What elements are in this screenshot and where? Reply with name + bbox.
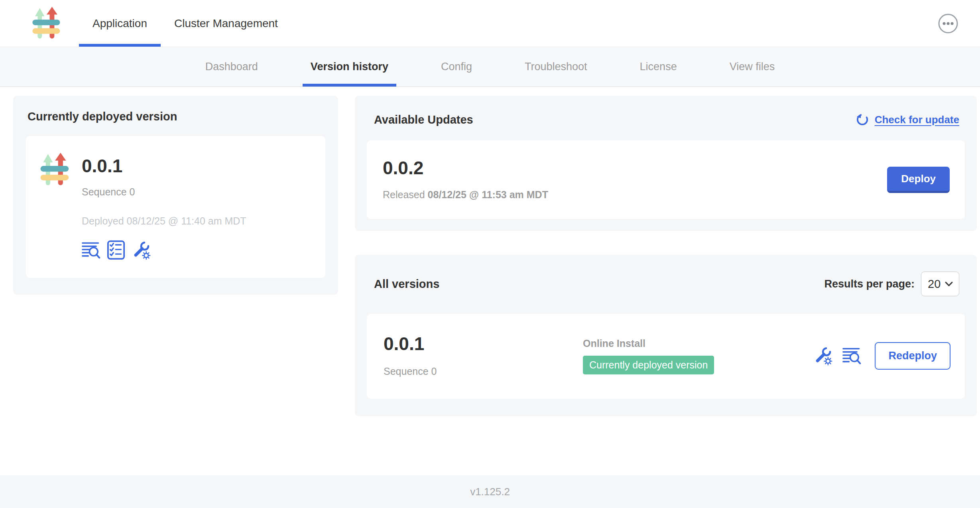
released-label: Released [383,189,425,200]
all-versions-title: All versions [374,278,439,291]
diff-icon[interactable] [82,241,100,259]
config-icon[interactable] [814,347,833,365]
available-updates-panel: Available Updates Check for update 0.0.2 [355,96,977,231]
results-per-page-value: 20 [928,278,941,291]
deployed-timestamp: Deployed 08/12/25 @ 11:40 am MDT [82,215,246,227]
config-icon[interactable] [132,241,151,260]
tab-application[interactable]: Application [79,0,161,47]
tab-application-label: Application [92,17,147,30]
ellipsis-menu-icon[interactable] [938,13,958,34]
subnav-license-label: License [640,61,677,73]
results-per-page-label: Results per page: [824,278,915,290]
update-version-number: 0.0.2 [383,159,548,177]
update-released-line: Released 08/12/25 @ 11:53 am MDT [383,189,548,201]
subnav-troubleshoot-label: Troubleshoot [525,61,587,73]
results-per-page-select[interactable]: 20 [921,272,959,296]
currently-deployed-panel: Currently deployed version 0.0.1 Sequenc… [13,96,338,295]
subnav-version-history-label: Version history [311,61,388,73]
topbar: Application Cluster Management [0,0,980,47]
subnav-dashboard-label: Dashboard [205,61,258,73]
version-row-info: 0.0.1 Sequence 0 [384,335,583,377]
subnav-dashboard[interactable]: Dashboard [197,47,266,87]
deployed-version-number: 0.0.1 [82,157,246,175]
results-per-page: Results per page: 20 [824,272,959,296]
currently-deployed-title: Currently deployed version [28,110,325,123]
install-type: Online Install [583,338,814,349]
update-info: 0.0.2 Released 08/12/25 @ 11:53 am MDT [383,159,548,201]
version-sequence: Sequence 0 [384,366,583,377]
right-column: Available Updates Check for update 0.0.2 [355,96,977,416]
available-updates-title: Available Updates [374,113,473,126]
check-for-update-label: Check for update [875,114,959,126]
console-footer: v1.125.2 [0,475,980,508]
subnav-view-files[interactable]: View files [722,47,783,87]
refresh-icon [855,112,870,127]
version-row-actions: Redeploy [814,342,950,370]
available-update-card: 0.0.2 Released 08/12/25 @ 11:53 am MDT D… [367,140,965,219]
diff-icon[interactable] [842,347,861,365]
subnav-version-history[interactable]: Version history [303,47,396,87]
currently-deployed-badge: Currently deployed version [583,356,714,374]
chevron-down-icon [945,282,953,287]
app-tabs: Application Cluster Management [79,0,291,47]
version-row-status: Online Install Currently deployed versio… [583,338,814,374]
version-row: 0.0.1 Sequence 0 Online Install Currentl… [367,314,965,399]
deployed-sequence: Sequence 0 [82,186,246,198]
deploy-button[interactable]: Deploy [887,167,950,193]
deployed-version-info: 0.0.1 Sequence 0 Deployed 08/12/25 @ 11:… [82,152,246,260]
main-content: Currently deployed version 0.0.1 Sequenc… [0,87,980,416]
app-subnav: Dashboard Version history Config Trouble… [0,47,980,87]
subnav-view-files-label: View files [730,61,775,73]
tab-cluster-management[interactable]: Cluster Management [161,0,291,47]
currently-deployed-card: 0.0.1 Sequence 0 Deployed 08/12/25 @ 11:… [26,136,325,278]
redeploy-button[interactable]: Redeploy [875,342,950,370]
subnav-config-label: Config [441,61,472,73]
preflight-checks-icon[interactable] [107,240,126,260]
tab-cluster-management-label: Cluster Management [174,17,278,30]
app-logo-icon [39,153,71,187]
subnav-troubleshoot[interactable]: Troubleshoot [517,47,595,87]
app-logo-icon [31,7,62,40]
console-version: v1.125.2 [470,486,510,498]
released-date: 08/12/25 @ 11:53 am MDT [428,189,548,200]
check-for-update-link[interactable]: Check for update [855,112,959,127]
subnav-config[interactable]: Config [433,47,480,87]
deployed-actions [82,240,246,260]
subnav-license[interactable]: License [632,47,685,87]
version-number: 0.0.1 [384,335,583,353]
all-versions-panel: All versions Results per page: 20 0.0.1 … [355,255,977,416]
